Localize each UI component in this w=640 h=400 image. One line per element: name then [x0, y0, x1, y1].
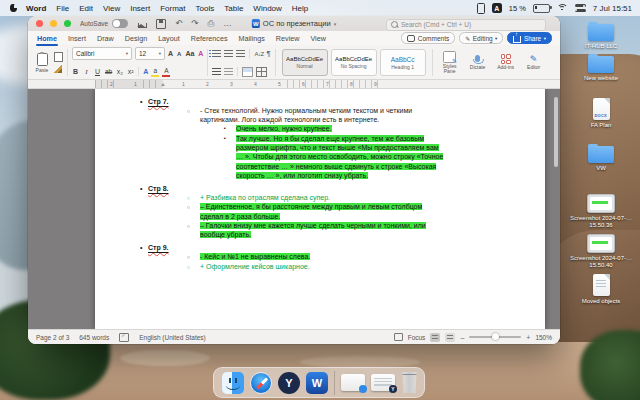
menubar-menu-window[interactable]: Window: [253, 4, 281, 13]
document-title-group[interactable]: W ОС по презентации ▾: [252, 19, 336, 28]
numbered-list-icon[interactable]: [224, 50, 233, 58]
grow-font-button[interactable]: A: [168, 50, 173, 57]
document-page[interactable]: •Стр 7.○- Стек технологий. Нужно нормаль…: [95, 89, 545, 329]
desktop-icon-new-website[interactable]: New website: [566, 56, 636, 82]
dock-minimized-doc[interactable]: [341, 374, 365, 391]
tab-design[interactable]: Design: [124, 32, 148, 45]
doc-paragraph[interactable]: •Стр 8.: [95, 184, 545, 193]
multilevel-list-icon[interactable]: [236, 50, 245, 58]
tab-review[interactable]: Review: [275, 32, 301, 45]
doc-paragraph[interactable]: ○- Кейс и №1 не выравнены слева.: [95, 252, 440, 261]
menubar-menu-file[interactable]: File: [56, 4, 69, 13]
doc-paragraph[interactable]: •Стр 9.: [95, 243, 545, 252]
font-size-select[interactable]: 12 ▾: [135, 47, 165, 60]
zoom-out-button[interactable]: –: [460, 334, 464, 341]
menubar-app-name[interactable]: Word: [26, 4, 46, 13]
menubar-menu-help[interactable]: Help: [292, 4, 308, 13]
apple-menu-icon[interactable]: [10, 4, 17, 12]
menubar-menu-view[interactable]: View: [103, 4, 120, 13]
menubar-menu-insert[interactable]: Insert: [130, 4, 150, 13]
text-effects-button[interactable]: A: [143, 68, 148, 75]
tab-references[interactable]: References: [190, 32, 229, 45]
focus-icon[interactable]: [394, 333, 403, 341]
search-input[interactable]: Search (Cmd + Ctrl + U): [386, 19, 546, 31]
format-painter-icon[interactable]: [54, 65, 62, 73]
font-color-button[interactable]: A: [162, 68, 170, 76]
tab-mailings[interactable]: Mailings: [237, 32, 265, 45]
input-source-icon[interactable]: A: [492, 3, 502, 13]
doc-paragraph[interactable]: ○– Галочки внизу мне кажется лучше сдела…: [95, 221, 440, 240]
dock-word-icon[interactable]: W: [306, 372, 328, 394]
focus-label[interactable]: Focus: [408, 334, 426, 341]
menubar-menu-format[interactable]: Format: [160, 4, 185, 13]
home-icon[interactable]: [138, 20, 146, 27]
doc-paragraph[interactable]: ○+ Оформление кейсов шикарное.: [95, 262, 440, 271]
tab-home[interactable]: Home: [36, 32, 58, 45]
web-layout-view-button[interactable]: [445, 333, 455, 342]
desktop-icon-vw[interactable]: VW: [566, 146, 636, 172]
menubar-menu-table[interactable]: Table: [224, 4, 243, 13]
close-button[interactable]: [36, 20, 43, 27]
doc-paragraph[interactable]: ○+ Разбивка по отраслям сделана супер.: [95, 193, 440, 202]
borders-icon[interactable]: [256, 67, 267, 77]
doc-paragraph[interactable]: ○- Стек технологий. Нужно нормальным чет…: [95, 106, 440, 125]
underline-button[interactable]: U: [94, 68, 101, 75]
editor-button[interactable]: ✎Editor: [521, 55, 547, 71]
desktop-icon-moved-objects[interactable]: Moved objects: [566, 274, 636, 305]
save-icon[interactable]: [156, 19, 166, 29]
add-ins-button[interactable]: Add-ins: [493, 54, 519, 71]
print-icon[interactable]: ⎙: [207, 19, 214, 28]
language-indicator[interactable]: English (United States): [139, 334, 205, 341]
dictate-button[interactable]: Dictate: [465, 55, 491, 71]
desktop-icon-fa-plan[interactable]: DOCXFA Plan: [566, 98, 636, 129]
style-card-normal[interactable]: AaBbCcDdEeNormal: [282, 49, 328, 76]
zoom-in-button[interactable]: +: [526, 334, 530, 341]
battery-icon[interactable]: [533, 4, 550, 13]
paste-button[interactable]: Paste: [32, 53, 52, 73]
shrink-font-button[interactable]: A: [177, 51, 181, 57]
comments-button[interactable]: Comments: [401, 32, 455, 44]
menubar-menu-tools[interactable]: Tools: [196, 4, 215, 13]
share-button[interactable]: Share ▾: [507, 32, 552, 44]
editing-mode-button[interactable]: ✎ Editing ▾: [459, 32, 503, 44]
desktop-icon-screenshot-2024-07-15-50-36[interactable]: Screenshot 2024-07-…15.50.36: [566, 194, 636, 229]
desktop-icon-it-hub-llc[interactable]: IT-HUB LLC: [566, 24, 636, 50]
zoom-level[interactable]: 150%: [535, 334, 552, 341]
device-icon[interactable]: [477, 3, 485, 14]
shading-icon[interactable]: [242, 67, 253, 77]
dock-finder-icon[interactable]: [222, 372, 244, 394]
redo-icon[interactable]: ↷: [191, 19, 198, 28]
doc-paragraph[interactable]: ▪Так лучше. Но я бы сделал еще крупнее, …: [95, 134, 444, 180]
word-count[interactable]: 645 words: [79, 334, 109, 341]
doc-paragraph[interactable]: ○– Единственное, я бы расстояние между п…: [95, 202, 440, 221]
style-card-no-spacing[interactable]: AaBbCcDdEeNo Spacing: [331, 49, 377, 76]
paragraph-marks-icon[interactable]: ¶: [267, 49, 271, 58]
change-case-button[interactable]: Aa: [185, 50, 194, 57]
wifi-icon[interactable]: [557, 4, 568, 13]
highlight-color-button[interactable]: a: [151, 68, 159, 76]
align-left-icon[interactable]: [212, 68, 221, 76]
zoom-button[interactable]: [64, 20, 71, 27]
dock-safari-icon[interactable]: [250, 372, 272, 394]
clear-format-button[interactable]: A: [198, 50, 203, 57]
desktop-icon-screenshot-2024-07-15-50-40[interactable]: Screenshot 2024-07-…15.50.40: [566, 234, 636, 269]
bold-button[interactable]: B: [72, 68, 79, 75]
zoom-slider[interactable]: [469, 336, 521, 338]
tab-view[interactable]: View: [309, 32, 326, 45]
copy-icon[interactable]: [54, 52, 63, 62]
doc-paragraph[interactable]: ▪Очень мелко, нужно крупнее.: [95, 124, 444, 133]
menubar-menu-edit[interactable]: Edit: [79, 4, 93, 13]
page-indicator[interactable]: Page 2 of 3: [36, 334, 69, 341]
undo-icon[interactable]: ↶: [175, 19, 182, 28]
autosave-toggle[interactable]: [112, 19, 128, 28]
tab-insert[interactable]: Insert: [67, 32, 87, 45]
zoom-slider-knob[interactable]: [492, 333, 499, 340]
subscript-button[interactable]: x₂: [116, 68, 123, 75]
tab-layout[interactable]: Layout: [157, 32, 181, 45]
superscript-button[interactable]: x²: [127, 68, 134, 75]
strikethrough-button[interactable]: ab: [105, 68, 112, 75]
control-center-icon[interactable]: [575, 4, 586, 13]
italic-button[interactable]: I: [83, 68, 90, 76]
proofing-icon[interactable]: [119, 333, 129, 342]
bullet-list-icon[interactable]: [212, 50, 221, 58]
